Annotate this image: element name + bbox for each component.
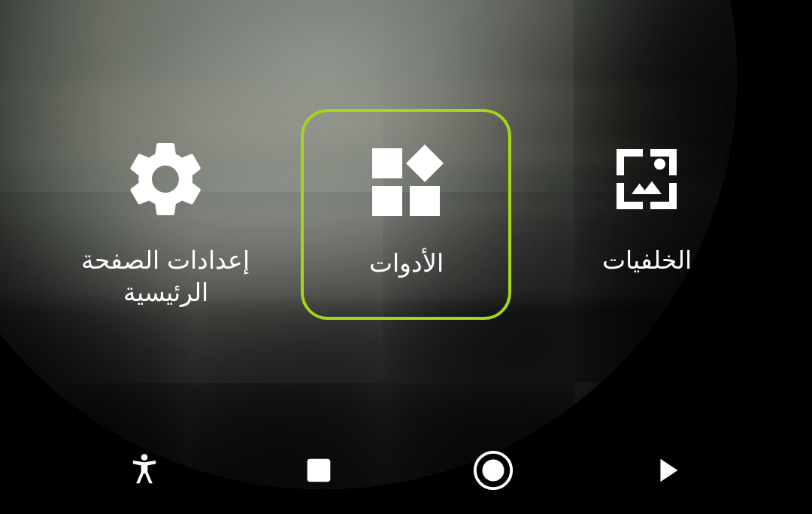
widgets-label: الأدوات: [369, 248, 444, 280]
system-nav-bar: [0, 440, 812, 500]
svg-rect-1: [308, 459, 331, 482]
svg-point-0: [141, 454, 148, 461]
home-settings-option[interactable]: إعدادات الصفحة الرئيسية: [60, 109, 271, 320]
home-options-row: إعدادات الصفحة الرئيسية الأدوات الخلفيات: [0, 109, 812, 320]
wallpapers-label: الخلفيات: [602, 245, 692, 277]
home-settings-label: إعدادات الصفحة الرئيسية: [60, 245, 271, 309]
widgets-option[interactable]: الأدوات: [301, 109, 511, 320]
svg-point-3: [483, 460, 504, 482]
gear-icon: [117, 130, 214, 228]
recent-apps-button[interactable]: [289, 440, 349, 500]
wallpaper-icon: [598, 130, 695, 228]
widgets-icon: [357, 133, 455, 231]
wallpapers-option[interactable]: الخلفيات: [541, 109, 752, 320]
home-button[interactable]: [463, 440, 523, 500]
back-button[interactable]: [638, 440, 698, 500]
accessibility-button[interactable]: [114, 440, 174, 500]
